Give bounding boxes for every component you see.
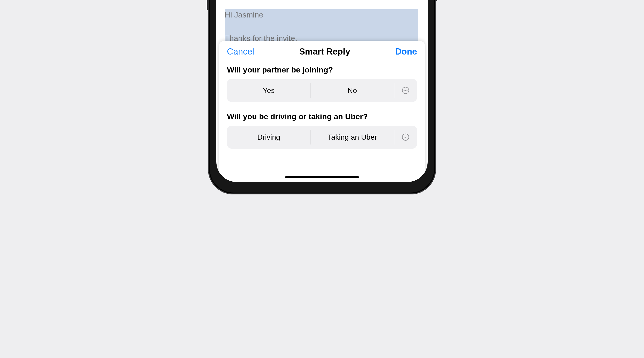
ellipsis-circle-icon [402, 86, 410, 94]
question-transport: Will you be driving or taking an Uber? [227, 112, 417, 121]
segmented-control-transport: Driving Taking an Uber [227, 126, 417, 149]
svg-point-2 [405, 90, 406, 91]
phone-bezel: To: Jasmine Garcia Cc/Bcc, From: B.Carey… [208, 0, 436, 194]
sheet-header: Cancel Smart Reply Done [227, 47, 417, 57]
phone-screen: To: Jasmine Garcia Cc/Bcc, From: B.Carey… [216, 0, 428, 182]
more-options-button[interactable] [394, 79, 417, 102]
svg-point-6 [405, 137, 406, 138]
home-indicator[interactable] [285, 176, 359, 178]
svg-point-1 [404, 90, 405, 91]
option-driving[interactable]: Driving [227, 126, 310, 149]
option-yes[interactable]: Yes [227, 79, 310, 102]
done-button[interactable]: Done [395, 47, 417, 57]
subject-row[interactable]: Subject: Re: Sunday pick-up [225, 0, 419, 6]
segmented-control-partner: Yes No [227, 79, 417, 102]
svg-point-3 [406, 90, 408, 91]
ellipsis-circle-icon [402, 133, 410, 141]
option-taking-uber[interactable]: Taking an Uber [310, 126, 394, 149]
selected-draft-line[interactable]: Hi Jasmine [225, 9, 418, 21]
side-button[interactable] [436, 0, 437, 1]
smart-reply-sheet: Cancel Smart Reply Done Will your partne… [219, 41, 425, 182]
svg-point-7 [406, 137, 408, 138]
option-no[interactable]: No [310, 79, 394, 102]
subject-value: Re: Sunday pick-up [256, 0, 324, 1]
selected-draft-blank[interactable] [225, 21, 418, 33]
cancel-button[interactable]: Cancel [227, 47, 254, 57]
svg-point-5 [404, 137, 405, 138]
sheet-title: Smart Reply [299, 47, 350, 57]
question-partner: Will your partner be joining? [227, 65, 417, 74]
subject-label: Subject: [225, 0, 253, 1]
volume-down-button[interactable] [207, 0, 208, 10]
more-options-button[interactable] [394, 126, 417, 149]
